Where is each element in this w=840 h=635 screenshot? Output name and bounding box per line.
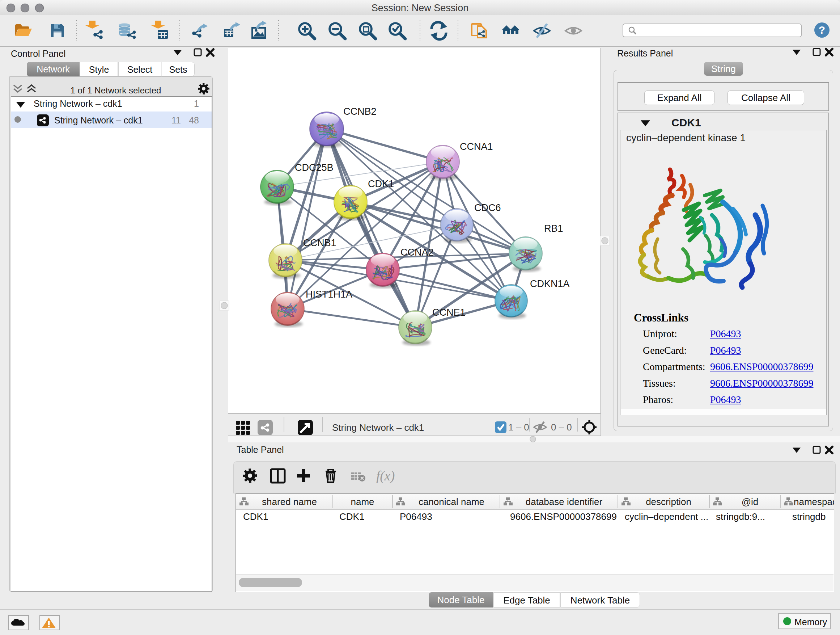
svg-text:0 – 0: 0 – 0 [551,422,572,432]
svg-text:CCNB2: CCNB2 [343,106,377,117]
svg-text:CDC6: CDC6 [474,203,501,213]
svg-text:CDC25B: CDC25B [295,162,333,173]
svg-text:HIST1H1A: HIST1H1A [306,289,352,300]
svg-text:CCNB1: CCNB1 [303,238,336,249]
svg-text:CDKN1A: CDKN1A [530,279,570,289]
svg-text:canonical name: canonical name [418,496,485,507]
svg-text:CDK1: CDK1 [368,179,394,189]
svg-text:RB1: RB1 [544,223,563,234]
svg-text:?: ? [819,24,825,36]
svg-text:@id: @id [742,496,759,507]
svg-text:description: description [646,496,691,507]
svg-text:name: name [351,496,374,507]
svg-text:shared name: shared name [262,496,317,507]
svg-text:CCNE1: CCNE1 [432,307,466,318]
svg-text:f(x): f(x) [376,469,395,484]
svg-text:database identifier: database identifier [526,496,603,507]
svg-text:CCNA1: CCNA1 [460,141,493,152]
svg-text:1 – 0: 1 – 0 [508,422,529,432]
svg-text:namespace: namespace [794,496,834,507]
svg-text:CCNA2: CCNA2 [401,247,434,258]
svg-text:String Network – cdk1: String Network – cdk1 [332,422,424,433]
